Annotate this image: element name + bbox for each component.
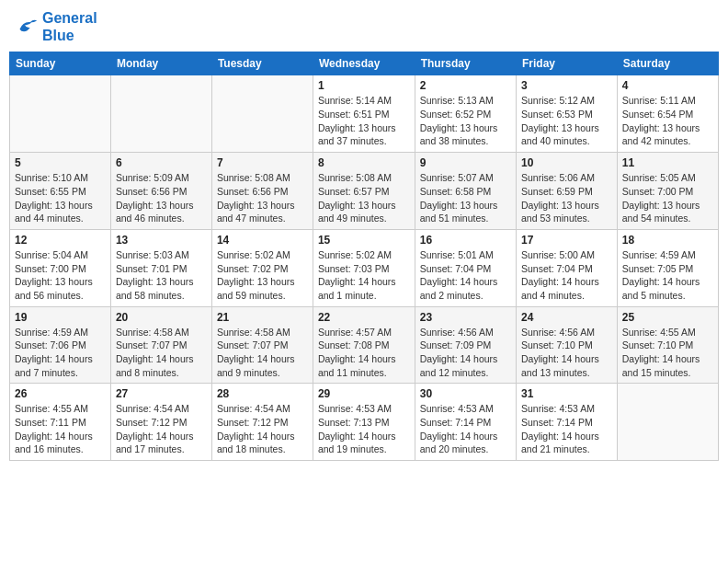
calendar-cell: 10Sunrise: 5:06 AM Sunset: 6:59 PM Dayli… — [517, 153, 618, 230]
calendar-cell: 26Sunrise: 4:55 AM Sunset: 7:11 PM Dayli… — [10, 384, 111, 461]
calendar-cell: 11Sunrise: 5:05 AM Sunset: 7:00 PM Dayli… — [617, 153, 718, 230]
day-number: 17 — [521, 234, 612, 247]
day-number: 18 — [622, 234, 713, 247]
day-number: 15 — [318, 234, 410, 247]
day-number: 16 — [420, 234, 511, 247]
day-info: Sunrise: 5:08 AM Sunset: 6:56 PM Dayligh… — [217, 171, 308, 225]
day-info: Sunrise: 5:05 AM Sunset: 7:00 PM Dayligh… — [622, 171, 713, 225]
logo-text: General Blue — [42, 9, 97, 44]
day-info: Sunrise: 5:03 AM Sunset: 7:01 PM Dayligh… — [116, 248, 207, 303]
day-info: Sunrise: 5:04 AM Sunset: 7:00 PM Dayligh… — [15, 248, 106, 303]
calendar-cell: 6Sunrise: 5:09 AM Sunset: 6:56 PM Daylig… — [110, 153, 211, 230]
day-number: 25 — [622, 311, 713, 324]
column-header-saturday: Saturday — [617, 52, 718, 75]
day-info: Sunrise: 4:57 AM Sunset: 7:08 PM Dayligh… — [318, 326, 410, 380]
calendar-cell: 17Sunrise: 5:00 AM Sunset: 7:04 PM Dayli… — [517, 229, 618, 306]
day-info: Sunrise: 4:55 AM Sunset: 7:11 PM Dayligh… — [15, 402, 106, 456]
day-info: Sunrise: 5:01 AM Sunset: 7:04 PM Dayligh… — [420, 248, 511, 303]
day-number: 30 — [420, 387, 511, 400]
logo: General Blue — [13, 9, 97, 44]
day-number: 5 — [15, 156, 106, 169]
day-number: 12 — [15, 234, 106, 247]
calendar-cell: 20Sunrise: 4:58 AM Sunset: 7:07 PM Dayli… — [110, 306, 211, 384]
calendar-cell: 8Sunrise: 5:08 AM Sunset: 6:57 PM Daylig… — [313, 153, 415, 230]
day-number: 11 — [622, 156, 713, 169]
day-info: Sunrise: 4:55 AM Sunset: 7:10 PM Dayligh… — [622, 326, 713, 380]
calendar-cell — [617, 384, 718, 461]
day-number: 29 — [318, 387, 410, 400]
day-number: 8 — [318, 156, 410, 169]
calendar-cell: 28Sunrise: 4:54 AM Sunset: 7:12 PM Dayli… — [211, 384, 313, 461]
day-number: 20 — [116, 311, 207, 324]
calendar-cell: 7Sunrise: 5:08 AM Sunset: 6:56 PM Daylig… — [211, 153, 313, 230]
day-info: Sunrise: 4:58 AM Sunset: 7:07 PM Dayligh… — [116, 326, 207, 380]
column-header-monday: Monday — [110, 52, 211, 75]
calendar-table: SundayMondayTuesdayWednesdayThursdayFrid… — [9, 52, 719, 461]
calendar-cell: 30Sunrise: 4:53 AM Sunset: 7:14 PM Dayli… — [415, 384, 516, 461]
calendar-week-3: 12Sunrise: 5:04 AM Sunset: 7:00 PM Dayli… — [10, 229, 719, 306]
day-info: Sunrise: 5:12 AM Sunset: 6:53 PM Dayligh… — [521, 94, 612, 148]
column-header-sunday: Sunday — [10, 52, 111, 75]
day-info: Sunrise: 5:00 AM Sunset: 7:04 PM Dayligh… — [521, 248, 612, 303]
day-info: Sunrise: 5:02 AM Sunset: 7:03 PM Dayligh… — [318, 248, 410, 303]
day-number: 21 — [217, 311, 308, 324]
calendar-cell: 23Sunrise: 4:56 AM Sunset: 7:09 PM Dayli… — [415, 306, 516, 384]
day-number: 10 — [521, 156, 612, 169]
day-info: Sunrise: 4:59 AM Sunset: 7:05 PM Dayligh… — [622, 248, 713, 303]
column-header-friday: Friday — [517, 52, 618, 75]
day-info: Sunrise: 4:53 AM Sunset: 7:13 PM Dayligh… — [318, 402, 410, 456]
day-number: 14 — [217, 234, 308, 247]
calendar-cell: 29Sunrise: 4:53 AM Sunset: 7:13 PM Dayli… — [313, 384, 415, 461]
day-number: 31 — [521, 387, 612, 400]
day-info: Sunrise: 4:56 AM Sunset: 7:09 PM Dayligh… — [420, 326, 511, 380]
calendar-week-1: 1Sunrise: 5:14 AM Sunset: 6:51 PM Daylig… — [10, 75, 719, 153]
calendar-cell: 2Sunrise: 5:13 AM Sunset: 6:52 PM Daylig… — [415, 75, 516, 153]
day-number: 2 — [420, 79, 511, 92]
calendar-cell — [110, 75, 211, 153]
day-info: Sunrise: 4:54 AM Sunset: 7:12 PM Dayligh… — [116, 402, 207, 456]
day-number: 1 — [318, 79, 410, 92]
calendar-cell: 5Sunrise: 5:10 AM Sunset: 6:55 PM Daylig… — [10, 153, 111, 230]
day-info: Sunrise: 5:07 AM Sunset: 6:58 PM Dayligh… — [420, 171, 511, 225]
day-info: Sunrise: 5:09 AM Sunset: 6:56 PM Dayligh… — [116, 171, 207, 225]
day-info: Sunrise: 4:53 AM Sunset: 7:14 PM Dayligh… — [420, 402, 511, 456]
day-number: 22 — [318, 311, 410, 324]
day-number: 13 — [116, 234, 207, 247]
day-info: Sunrise: 5:08 AM Sunset: 6:57 PM Dayligh… — [318, 171, 410, 225]
day-number: 26 — [15, 387, 106, 400]
day-info: Sunrise: 5:13 AM Sunset: 6:52 PM Dayligh… — [420, 94, 511, 148]
day-info: Sunrise: 5:02 AM Sunset: 7:02 PM Dayligh… — [217, 248, 308, 303]
calendar-cell: 14Sunrise: 5:02 AM Sunset: 7:02 PM Dayli… — [211, 229, 313, 306]
calendar-cell: 4Sunrise: 5:11 AM Sunset: 6:54 PM Daylig… — [617, 75, 718, 153]
day-number: 24 — [521, 311, 612, 324]
column-header-wednesday: Wednesday — [313, 52, 415, 75]
calendar-week-2: 5Sunrise: 5:10 AM Sunset: 6:55 PM Daylig… — [10, 153, 719, 230]
calendar-cell: 24Sunrise: 4:56 AM Sunset: 7:10 PM Dayli… — [517, 306, 618, 384]
day-info: Sunrise: 5:11 AM Sunset: 6:54 PM Dayligh… — [622, 94, 713, 148]
calendar-cell: 12Sunrise: 5:04 AM Sunset: 7:00 PM Dayli… — [10, 229, 111, 306]
column-header-thursday: Thursday — [415, 52, 516, 75]
calendar-cell: 25Sunrise: 4:55 AM Sunset: 7:10 PM Dayli… — [617, 306, 718, 384]
calendar-cell: 3Sunrise: 5:12 AM Sunset: 6:53 PM Daylig… — [517, 75, 618, 153]
calendar-cell: 22Sunrise: 4:57 AM Sunset: 7:08 PM Dayli… — [313, 306, 415, 384]
calendar-cell — [211, 75, 313, 153]
day-info: Sunrise: 5:10 AM Sunset: 6:55 PM Dayligh… — [15, 171, 106, 225]
day-info: Sunrise: 4:59 AM Sunset: 7:06 PM Dayligh… — [15, 326, 106, 380]
calendar-cell — [10, 75, 111, 153]
logo-icon — [13, 14, 39, 40]
page-header: General Blue — [9, 9, 719, 44]
calendar-cell: 1Sunrise: 5:14 AM Sunset: 6:51 PM Daylig… — [313, 75, 415, 153]
day-number: 7 — [217, 156, 308, 169]
calendar-cell: 16Sunrise: 5:01 AM Sunset: 7:04 PM Dayli… — [415, 229, 516, 306]
calendar-cell: 13Sunrise: 5:03 AM Sunset: 7:01 PM Dayli… — [110, 229, 211, 306]
day-info: Sunrise: 5:14 AM Sunset: 6:51 PM Dayligh… — [318, 94, 410, 148]
day-number: 3 — [521, 79, 612, 92]
calendar-cell: 21Sunrise: 4:58 AM Sunset: 7:07 PM Dayli… — [211, 306, 313, 384]
day-number: 27 — [116, 387, 207, 400]
calendar-cell: 9Sunrise: 5:07 AM Sunset: 6:58 PM Daylig… — [415, 153, 516, 230]
day-info: Sunrise: 4:56 AM Sunset: 7:10 PM Dayligh… — [521, 326, 612, 380]
calendar-cell: 27Sunrise: 4:54 AM Sunset: 7:12 PM Dayli… — [110, 384, 211, 461]
calendar-cell: 15Sunrise: 5:02 AM Sunset: 7:03 PM Dayli… — [313, 229, 415, 306]
calendar-cell: 31Sunrise: 4:53 AM Sunset: 7:14 PM Dayli… — [517, 384, 618, 461]
calendar-week-5: 26Sunrise: 4:55 AM Sunset: 7:11 PM Dayli… — [10, 384, 719, 461]
